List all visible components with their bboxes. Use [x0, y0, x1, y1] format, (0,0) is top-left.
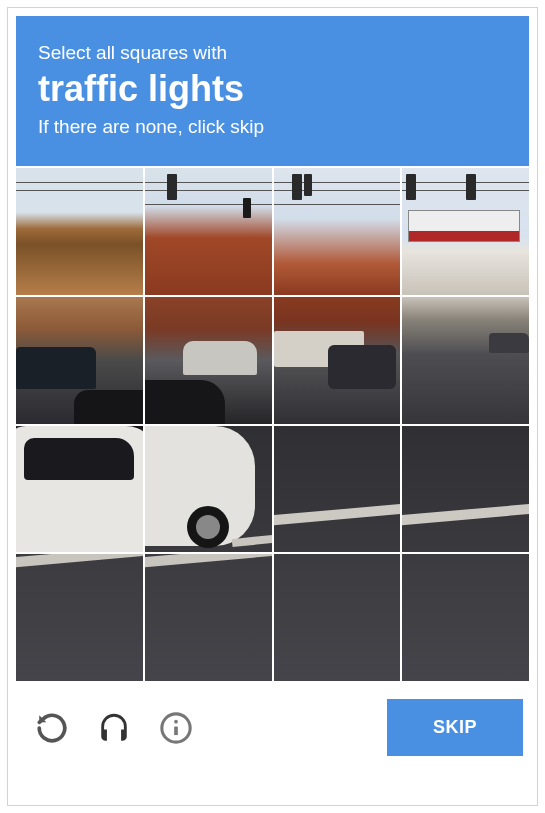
grid-tile-3-3[interactable] — [402, 554, 529, 681]
grid-tile-1-1[interactable] — [145, 297, 272, 424]
grid-tile-1-3[interactable] — [402, 297, 529, 424]
grid-tile-0-0[interactable] — [16, 168, 143, 295]
image-grid — [16, 168, 529, 681]
audio-challenge-button[interactable] — [96, 710, 132, 746]
info-icon — [159, 711, 193, 745]
prompt-instruction: If there are none, click skip — [38, 116, 507, 138]
svg-point-2 — [174, 719, 178, 723]
headphones-icon — [97, 711, 131, 745]
reload-icon — [35, 711, 69, 745]
prompt-prefix: Select all squares with — [38, 42, 507, 64]
grid-tile-0-3[interactable] — [402, 168, 529, 295]
info-button[interactable] — [158, 710, 194, 746]
grid-tile-2-2[interactable] — [274, 426, 401, 553]
grid-tile-1-2[interactable] — [274, 297, 401, 424]
reload-button[interactable] — [34, 710, 70, 746]
grid-tile-3-1[interactable] — [145, 554, 272, 681]
challenge-header: Select all squares with traffic lights I… — [16, 16, 529, 166]
prompt-subject: traffic lights — [38, 68, 507, 110]
grid-tile-0-2[interactable] — [274, 168, 401, 295]
grid-tile-2-1[interactable] — [145, 426, 272, 553]
grid-tile-1-0[interactable] — [16, 297, 143, 424]
grid-tile-0-1[interactable] — [145, 168, 272, 295]
captcha-challenge: Select all squares with traffic lights I… — [7, 7, 538, 806]
grid-tile-3-0[interactable] — [16, 554, 143, 681]
grid-tile-3-2[interactable] — [274, 554, 401, 681]
grid-tile-2-0[interactable] — [16, 426, 143, 553]
grid-tile-2-3[interactable] — [402, 426, 529, 553]
footer: SKIP — [16, 681, 529, 764]
skip-button[interactable]: SKIP — [387, 699, 523, 756]
